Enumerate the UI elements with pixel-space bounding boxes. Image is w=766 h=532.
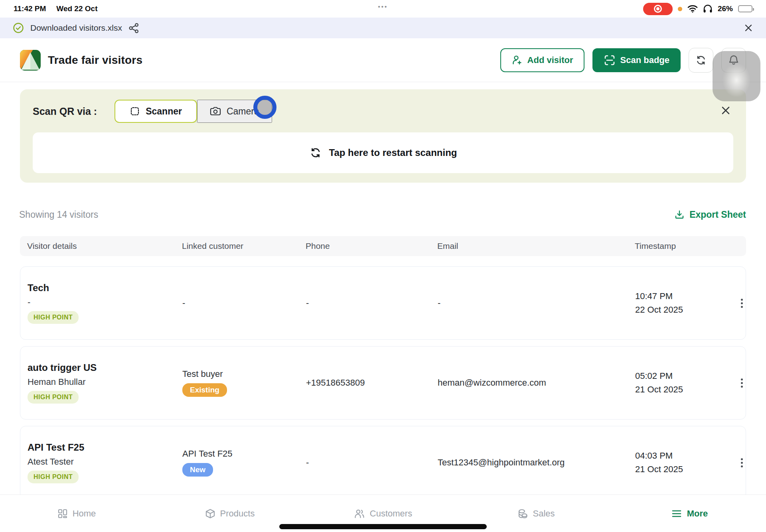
status-date: Wed 22 Oct bbox=[56, 4, 97, 13]
timestamp-time: 05:02 PM bbox=[635, 371, 734, 381]
visitor-name: API Test F25 bbox=[28, 442, 84, 453]
person-plus-icon bbox=[511, 55, 523, 66]
download-banner: Downloaded visitors.xlsx bbox=[0, 18, 766, 38]
add-visitor-label: Add visitor bbox=[527, 55, 573, 65]
hamburger-icon bbox=[671, 509, 682, 518]
camera-label: Camera bbox=[227, 106, 259, 117]
battery-percent: 26% bbox=[718, 4, 733, 13]
nav-sales-label: Sales bbox=[533, 508, 555, 519]
phone-cell: - bbox=[306, 298, 438, 308]
visitor-subname: - bbox=[28, 297, 30, 307]
col-linked-customer: Linked customer bbox=[182, 241, 306, 251]
phone-cell: - bbox=[306, 457, 438, 468]
restart-label: Tap here to restart scanning bbox=[329, 147, 457, 158]
qr-scan-icon bbox=[130, 106, 140, 116]
close-icon bbox=[744, 23, 753, 33]
email-cell: Test12345@highpointmarket.org bbox=[438, 457, 635, 468]
event-tag-badge: HIGH POINT bbox=[28, 471, 79, 483]
timestamp-date: 21 Oct 2025 bbox=[635, 464, 734, 475]
close-icon bbox=[720, 104, 732, 116]
bell-icon bbox=[728, 54, 740, 66]
scan-frame-icon bbox=[604, 54, 616, 66]
box-icon bbox=[205, 508, 215, 519]
app-logo bbox=[20, 50, 41, 71]
linked-customer: API Test F25 bbox=[182, 449, 233, 459]
row-menu-button[interactable] bbox=[734, 451, 750, 475]
table-row[interactable]: auto trigger US Heman Bhullar HIGH POINT… bbox=[20, 346, 746, 420]
row-menu-button[interactable] bbox=[734, 371, 750, 395]
timestamp-date: 22 Oct 2025 bbox=[635, 305, 734, 315]
status-time: 11:42 PM bbox=[14, 4, 46, 13]
wifi-icon bbox=[687, 5, 698, 13]
app-header: Trade fair visitors Add visitor bbox=[0, 38, 766, 82]
home-grid-icon bbox=[57, 508, 68, 519]
camera-mode-button[interactable]: Camera bbox=[197, 100, 272, 123]
refresh-button[interactable] bbox=[689, 48, 713, 73]
camera-icon bbox=[210, 106, 221, 116]
timestamp-time: 10:47 PM bbox=[635, 291, 734, 301]
timestamp-cell: 04:03 PM 21 Oct 2025 bbox=[635, 451, 734, 475]
battery-icon bbox=[738, 5, 752, 12]
visitor-subname: Atest Tester bbox=[28, 457, 74, 467]
visitor-list: Tech - HIGH POINT - - - 10:47 PM 22 Oct … bbox=[20, 266, 746, 499]
scan-badge-button[interactable]: Scan badge bbox=[592, 48, 681, 72]
linked-customer: Test buyer bbox=[182, 369, 223, 379]
col-email: Email bbox=[437, 241, 635, 251]
timestamp-date: 21 Oct 2025 bbox=[635, 384, 734, 395]
refresh-icon bbox=[309, 146, 322, 159]
home-indicator[interactable] bbox=[279, 524, 487, 529]
linked-customer: - bbox=[182, 298, 185, 308]
scan-qr-panel: Scan QR via : Scanner bbox=[20, 89, 746, 183]
export-sheet-button[interactable]: Export Sheet bbox=[674, 209, 746, 220]
headphones-icon bbox=[703, 4, 713, 13]
col-timestamp: Timestamp bbox=[635, 241, 733, 251]
phone-cell: +19518653809 bbox=[306, 378, 438, 388]
nav-customers-label: Customers bbox=[370, 508, 412, 519]
notifications-button[interactable] bbox=[721, 48, 746, 73]
share-icon[interactable] bbox=[128, 23, 139, 33]
table-row[interactable]: API Test F25 Atest Tester HIGH POINT API… bbox=[20, 426, 746, 499]
visitor-count-text: Showing 14 visitors bbox=[19, 209, 98, 220]
email-cell: - bbox=[438, 298, 635, 308]
event-tag-badge: HIGH POINT bbox=[28, 391, 79, 404]
restart-scanning-button[interactable]: Tap here to restart scanning bbox=[33, 132, 733, 173]
add-visitor-button[interactable]: Add visitor bbox=[500, 48, 584, 72]
scan-panel-close-button[interactable] bbox=[720, 104, 732, 116]
row-menu-button[interactable] bbox=[734, 291, 750, 315]
event-tag-badge: HIGH POINT bbox=[28, 311, 79, 324]
screen-recording-indicator[interactable] bbox=[643, 3, 673, 15]
scan-qr-via-label: Scan QR via : bbox=[33, 106, 97, 117]
timestamp-cell: 10:47 PM 22 Oct 2025 bbox=[635, 291, 734, 315]
col-visitor-details: Visitor details bbox=[27, 241, 182, 251]
page-title: Trade fair visitors bbox=[48, 54, 142, 67]
refresh-icon bbox=[695, 54, 707, 66]
linked-status-badge: Existing bbox=[182, 383, 227, 397]
email-cell: heman@wizcommerce.com bbox=[438, 378, 635, 388]
nav-home[interactable]: Home bbox=[0, 495, 153, 532]
scan-badge-label: Scan badge bbox=[620, 55, 669, 65]
nav-more-label: More bbox=[687, 508, 708, 519]
table-row[interactable]: Tech - HIGH POINT - - - 10:47 PM 22 Oct … bbox=[20, 266, 746, 340]
multitask-dots[interactable]: ••• bbox=[378, 3, 388, 10]
coins-icon bbox=[517, 508, 528, 519]
nav-home-label: Home bbox=[73, 508, 96, 519]
timestamp-time: 04:03 PM bbox=[635, 451, 734, 461]
download-icon bbox=[674, 209, 685, 220]
nav-more[interactable]: More bbox=[613, 495, 766, 532]
people-icon bbox=[354, 508, 365, 519]
download-message: Downloaded visitors.xlsx bbox=[30, 23, 122, 33]
scanner-mode-button[interactable]: Scanner bbox=[115, 100, 197, 123]
banner-close-button[interactable] bbox=[744, 23, 753, 33]
check-circle-icon bbox=[13, 22, 24, 33]
mic-in-use-dot bbox=[678, 7, 682, 11]
timestamp-cell: 05:02 PM 21 Oct 2025 bbox=[635, 371, 734, 395]
col-phone: Phone bbox=[306, 241, 437, 251]
scan-mode-toggle: Scanner Camera bbox=[115, 100, 272, 123]
linked-status-badge: New bbox=[182, 463, 213, 477]
export-sheet-label: Export Sheet bbox=[689, 209, 746, 220]
scanner-label: Scanner bbox=[146, 106, 182, 117]
nav-products-label: Products bbox=[220, 508, 255, 519]
visitor-subname: Heman Bhullar bbox=[28, 377, 86, 387]
status-bar: 11:42 PM Wed 22 Oct ••• 26% bbox=[0, 0, 766, 18]
table-header: Visitor details Linked customer Phone Em… bbox=[20, 236, 746, 256]
